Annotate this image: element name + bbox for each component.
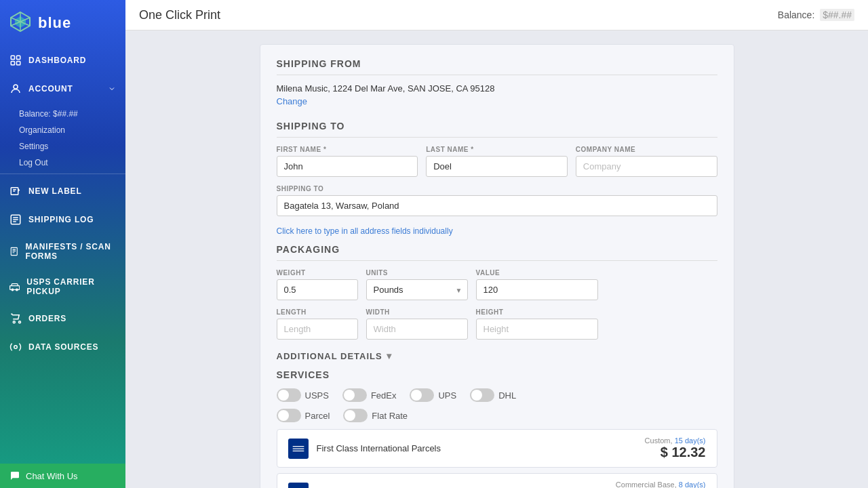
shipping-from-title: SHIPPING FROM xyxy=(277,58,717,75)
name-row: FIRST NAME * LAST NAME * COMPANY NAME xyxy=(277,146,717,177)
balance-display: Balance: $##.## xyxy=(778,9,854,20)
service-parcel: Parcel xyxy=(277,409,330,422)
usps-label: USPS xyxy=(305,390,329,401)
address-row: SHIPPING TO xyxy=(277,185,717,216)
shipping-from-address: Milena Music, 1224 Del Mar Ave, SAN JOSE… xyxy=(277,83,717,94)
units-group: UNITS Pounds Ounces Kilograms Grams xyxy=(366,269,468,300)
result-price-0: $ 12.32 xyxy=(645,445,706,460)
dhl-toggle[interactable] xyxy=(470,388,494,402)
balance-label: Balance: xyxy=(778,9,814,20)
result-price-block-1: Commercial Base, 8 day(s) $ 35.60 xyxy=(616,481,706,488)
shipping-to-input[interactable] xyxy=(277,195,717,216)
sidebar-item-account[interactable]: ACCOUNT xyxy=(0,75,125,103)
fedex-toggle[interactable] xyxy=(342,388,367,402)
sidebar-sub-organization[interactable]: Organization xyxy=(19,122,125,138)
ups-toggle[interactable] xyxy=(410,388,434,402)
result-item-1[interactable]: Priority Mail International Flat Rate En… xyxy=(277,473,717,488)
packaging-row-1: WEIGHT UNITS Pounds Ounces Kilograms Gra… xyxy=(277,269,717,300)
svg-rect-8 xyxy=(17,62,20,65)
sidebar-item-data-sources[interactable]: DATA SOURCES xyxy=(0,333,125,361)
weight-group: WEIGHT xyxy=(277,269,358,300)
sidebar-nav: DASHBOARD ACCOUNT Balance: $##.## Organi… xyxy=(0,46,125,464)
weight-input[interactable] xyxy=(277,279,358,300)
weight-label: WEIGHT xyxy=(277,269,358,277)
svg-point-9 xyxy=(14,85,18,89)
svg-rect-5 xyxy=(11,56,14,59)
first-name-input[interactable] xyxy=(277,156,418,177)
length-label: LENGTH xyxy=(277,308,358,316)
service-flat-rate: Flat Rate xyxy=(343,409,408,422)
brand-logo xyxy=(8,9,33,37)
width-input[interactable] xyxy=(366,319,468,340)
units-select[interactable]: Pounds Ounces Kilograms Grams xyxy=(366,279,468,300)
value-group: VALUE xyxy=(476,269,598,300)
additional-details-label: ADDITIONAL DETAILS xyxy=(277,351,382,361)
result-name-0: First Class International Parcels xyxy=(317,443,637,453)
packaging-row-2: LENGTH WIDTH HEIGHT xyxy=(277,308,717,340)
change-address-link[interactable]: Change xyxy=(277,96,308,106)
last-name-group: LAST NAME * xyxy=(426,146,568,177)
click-address-link[interactable]: Click here to type in all address fields… xyxy=(277,226,453,236)
service-fedex: FedEx xyxy=(342,388,397,402)
first-name-label: FIRST NAME * xyxy=(277,146,418,153)
result-days-0[interactable]: 15 day(s) xyxy=(675,436,706,445)
fedex-label: FedEx xyxy=(371,390,397,401)
sidebar-item-shipping-log[interactable]: SHIPPING LOG xyxy=(0,205,125,234)
value-label: VALUE xyxy=(476,269,598,277)
last-name-label: LAST NAME * xyxy=(426,146,568,153)
sidebar-item-usps-pickup[interactable]: USPS CARRIER PICKUP xyxy=(0,269,125,304)
sidebar-item-dashboard[interactable]: DASHBOARD xyxy=(0,46,125,75)
dhl-label: DHL xyxy=(498,390,516,401)
balance-value: $##.## xyxy=(820,9,854,21)
svg-rect-13 xyxy=(10,286,20,290)
height-input[interactable] xyxy=(476,319,598,340)
usps-toggle[interactable] xyxy=(277,388,301,402)
sidebar-item-new-label[interactable]: NEW LABEL xyxy=(0,177,125,205)
sidebar-item-label: ORDERS xyxy=(28,314,66,323)
service-dhl: DHL xyxy=(470,388,516,402)
brand-name: blue xyxy=(38,14,71,32)
services-row-2: Parcel Flat Rate xyxy=(277,409,717,422)
width-group: WIDTH xyxy=(366,308,468,340)
company-name-label: COMPANY NAME xyxy=(576,146,717,153)
company-name-input[interactable] xyxy=(576,156,717,177)
last-name-input[interactable] xyxy=(426,156,568,177)
parcel-label: Parcel xyxy=(305,411,330,421)
topbar: One Click Print Balance: $##.## xyxy=(125,0,868,30)
sidebar-item-label: ACCOUNT xyxy=(28,84,73,94)
sidebar-item-label: DASHBOARD xyxy=(28,56,86,65)
height-label: HEIGHT xyxy=(476,308,598,316)
result-sub-0: Custom, 15 day(s) xyxy=(645,436,706,445)
company-name-group: COMPANY NAME xyxy=(576,146,717,177)
additional-details-toggle[interactable]: ADDITIONAL DETAILS ▾ xyxy=(277,350,717,361)
sidebar-item-label: NEW LABEL xyxy=(28,186,82,196)
length-input[interactable] xyxy=(277,319,358,340)
usps-icon-1 xyxy=(288,483,309,489)
chevron-down-icon: ▾ xyxy=(387,350,392,361)
main-content: SHIPPING FROM Milena Music, 1224 Del Mar… xyxy=(125,30,868,488)
width-label: WIDTH xyxy=(366,308,468,316)
form-card: SHIPPING FROM Milena Music, 1224 Del Mar… xyxy=(260,44,734,488)
result-price-block-0: Custom, 15 day(s) $ 12.32 xyxy=(645,436,706,460)
ups-label: UPS xyxy=(438,390,456,401)
sidebar-item-label: SHIPPING LOG xyxy=(28,215,94,224)
svg-rect-7 xyxy=(11,62,14,65)
sidebar-sub-logout[interactable]: Log Out xyxy=(19,155,125,171)
nav-divider xyxy=(0,174,125,174)
shipping-to-label: SHIPPING TO xyxy=(277,185,717,192)
sidebar-sub-settings[interactable]: Settings xyxy=(19,138,125,155)
result-days-1[interactable]: 8 day(s) xyxy=(679,481,706,488)
svg-point-18 xyxy=(14,346,18,349)
length-group: LENGTH xyxy=(277,308,358,340)
result-item-0[interactable]: First Class International Parcels Custom… xyxy=(277,429,717,468)
page-title: One Click Print xyxy=(139,8,778,22)
sidebar-item-label: MANIFESTS / SCAN FORMS xyxy=(26,242,116,261)
value-input[interactable] xyxy=(476,279,598,300)
sidebar-item-orders[interactable]: ORDERS xyxy=(0,304,125,333)
parcel-toggle[interactable] xyxy=(277,409,301,422)
flat-rate-toggle[interactable] xyxy=(343,409,368,422)
shipping-to-title: SHIPPING TO xyxy=(277,121,717,138)
sidebar-item-manifests[interactable]: MANIFESTS / SCAN FORMS xyxy=(0,234,125,269)
sidebar: blue DASHBOARD ACCOUNT Balance: $##.## O… xyxy=(0,0,125,488)
chat-button[interactable]: Chat With Us xyxy=(0,464,125,488)
